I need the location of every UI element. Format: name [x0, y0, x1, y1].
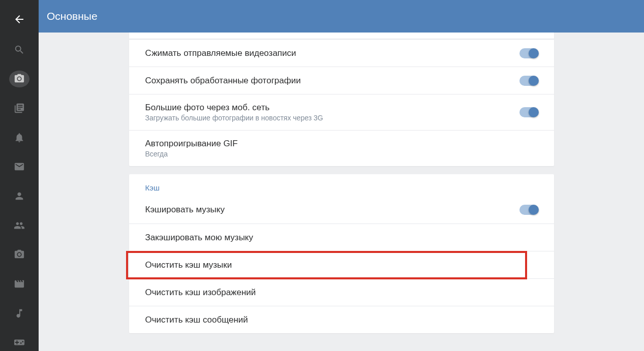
mail-icon	[14, 161, 25, 172]
setting-subtitle: Загружать большие фотографии в новостях …	[145, 114, 323, 122]
music-icon	[14, 308, 25, 319]
setting-precache-music[interactable]: Закэшировать мою музыку	[129, 224, 554, 251]
photo-icon	[14, 249, 25, 260]
setting-cache-music[interactable]: Кэшировать музыку	[129, 196, 554, 224]
setting-big-photos-mobile[interactable]: Большие фото через моб. сеть Загружать б…	[129, 94, 554, 130]
sidebar-music[interactable]	[9, 305, 29, 322]
back-button[interactable]	[10, 10, 28, 28]
toggle-switch[interactable]	[519, 48, 538, 58]
setting-label: Закэшировать мою музыку	[145, 233, 254, 243]
setting-label: Очистить кэш сообщений	[145, 315, 248, 325]
setting-label: Очистить кэш музыки	[145, 260, 232, 270]
sidebar-profile[interactable]	[9, 187, 29, 205]
section-media: Сжимать отправляемые видеозаписи Сохраня…	[129, 33, 554, 166]
sidebar-camera[interactable]	[9, 71, 29, 88]
main-content: Основные Сжимать отправляемые видеозапис…	[39, 0, 644, 351]
svg-point-1	[18, 253, 21, 256]
section-header-cache: Кэш	[129, 174, 554, 196]
content-area: Сжимать отправляемые видеозаписи Сохраня…	[39, 33, 644, 351]
sidebar-search[interactable]	[9, 41, 29, 58]
camera-icon	[14, 73, 25, 84]
setting-subtitle: Всегда	[145, 150, 238, 158]
section-cache: Кэш Кэшировать музыку Закэшировать мою м…	[129, 174, 554, 333]
bell-icon	[14, 132, 25, 143]
toggle-switch[interactable]	[519, 107, 538, 117]
setting-label: Кэшировать музыку	[145, 205, 225, 215]
sidebar-photos[interactable]	[9, 246, 29, 263]
header: Основные	[39, 0, 644, 33]
sidebar-notifications[interactable]	[9, 129, 29, 146]
search-icon	[14, 44, 25, 55]
settings-panel: Сжимать отправляемые видеозаписи Сохраня…	[129, 33, 554, 351]
sidebar-mail[interactable]	[9, 158, 29, 176]
page-title: Основные	[47, 10, 98, 22]
sidebar-news[interactable]	[9, 100, 29, 117]
sidebar	[0, 0, 39, 351]
news-icon	[14, 103, 25, 114]
sidebar-people[interactable]	[9, 217, 29, 234]
people-icon	[14, 220, 25, 231]
setting-label: Очистить кэш изображений	[145, 288, 256, 298]
setting-clear-image-cache[interactable]: Очистить кэш изображений	[129, 278, 554, 306]
back-arrow-icon	[13, 13, 25, 25]
setting-gif-autoplay[interactable]: Автопроигрывание GIF Всегда	[129, 130, 554, 166]
toggle-switch[interactable]	[519, 205, 538, 215]
toggle-switch[interactable]	[519, 76, 538, 86]
games-icon	[14, 337, 25, 348]
setting-label: Сохранять обработанные фотографии	[145, 76, 301, 86]
setting-row-partial[interactable]	[129, 33, 554, 39]
video-icon	[14, 278, 25, 290]
svg-point-0	[18, 78, 21, 81]
setting-label: Большие фото через моб. сеть	[145, 103, 323, 113]
setting-compress-video[interactable]: Сжимать отправляемые видеозаписи	[129, 39, 554, 67]
setting-clear-message-cache[interactable]: Очистить кэш сообщений	[129, 306, 554, 333]
person-icon	[14, 190, 25, 202]
setting-label: Автопроигрывание GIF	[145, 139, 238, 149]
sidebar-games[interactable]	[9, 334, 29, 351]
setting-label: Сжимать отправляемые видеозаписи	[145, 48, 296, 58]
setting-save-photos[interactable]: Сохранять обработанные фотографии	[129, 67, 554, 94]
sidebar-videos[interactable]	[9, 275, 29, 293]
setting-clear-music-cache[interactable]: Очистить кэш музыки	[129, 251, 554, 278]
